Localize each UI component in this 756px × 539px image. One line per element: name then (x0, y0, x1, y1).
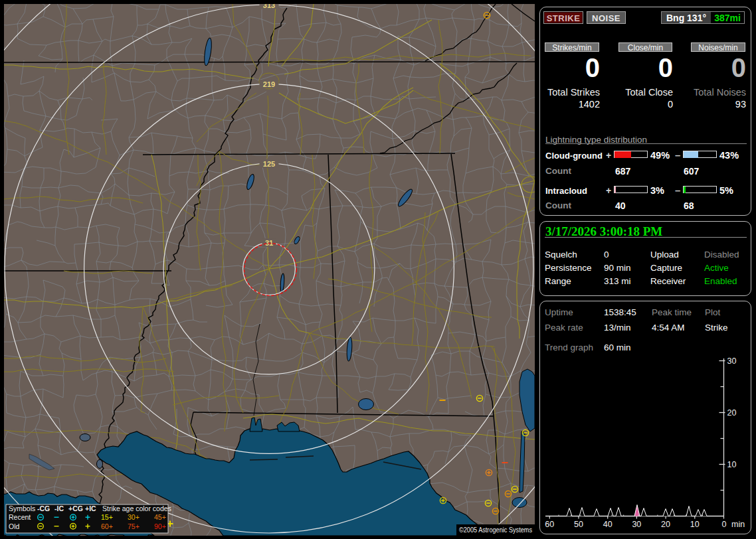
svg-text:+CG: +CG (68, 504, 83, 512)
svg-text:-IC: -IC (54, 504, 64, 512)
svg-text:50: 50 (574, 520, 583, 529)
svg-text:30: 30 (632, 520, 641, 529)
svg-text:10: 10 (690, 520, 700, 529)
svg-text:313: 313 (263, 4, 275, 9)
svg-text:+IC: +IC (85, 504, 96, 512)
svg-text:90+: 90+ (154, 522, 166, 530)
svg-text:40: 40 (603, 520, 613, 529)
svg-text:Recent: Recent (9, 513, 31, 521)
svg-text:20: 20 (661, 520, 670, 529)
svg-text:45+: 45+ (154, 513, 166, 521)
svg-text:©2005 Astrogenic Systems: ©2005 Astrogenic Systems (459, 526, 532, 534)
svg-text:-CG: -CG (37, 504, 50, 512)
svg-text:75+: 75+ (128, 522, 140, 530)
svg-text:60+: 60+ (101, 522, 113, 530)
svg-text:20: 20 (727, 408, 737, 418)
svg-text:60: 60 (545, 520, 554, 529)
svg-text:min: min (731, 520, 745, 529)
svg-text:Strike age color codes: Strike age color codes (102, 504, 171, 512)
svg-text:Symbols: Symbols (9, 504, 35, 512)
svg-text:0: 0 (722, 520, 727, 529)
svg-text:30: 30 (727, 356, 737, 366)
svg-text:125: 125 (263, 160, 275, 168)
svg-text:10: 10 (727, 460, 737, 469)
svg-text:Old: Old (9, 522, 20, 530)
svg-text:15+: 15+ (101, 513, 113, 521)
svg-text:219: 219 (263, 80, 275, 88)
svg-text:30+: 30+ (128, 513, 140, 521)
